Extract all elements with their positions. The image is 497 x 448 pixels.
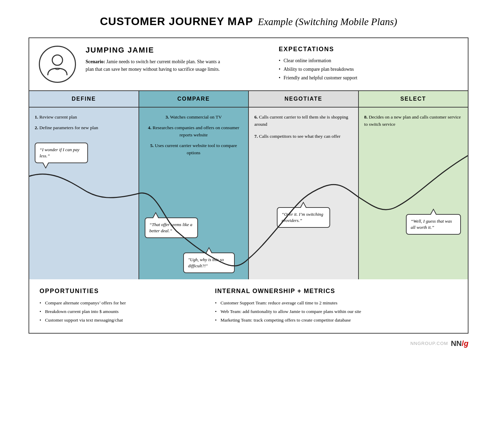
title-bold: CUSTOMER JOURNEY MAP [100,15,253,27]
metric-item: •Customer Support Team: reduce average c… [215,299,457,307]
step-3: 3. Watches commercial on TV [145,114,243,121]
phase-bodies-row: 1. Review current plan 2. Define paramet… [29,108,468,279]
scenario-label: Scenario: [86,59,105,64]
metrics-title: INTERNAL OWNERSHIP + METRICS [215,288,457,295]
phase-headers-row: DEFINE COMPARE NEGOTIATE SELECT [29,91,468,108]
define-bubble: “I wonder if I can pay less.” [35,143,88,163]
expectations-section: EXPECTATIONS •Clear online information •… [272,46,458,82]
avatar [39,46,76,83]
svg-point-0 [52,55,63,65]
phase-body-negotiate: 6. Calls current carrier to tell them sh… [249,108,359,279]
phase-header-select: SELECT [359,91,468,107]
footer-g: g [464,339,468,348]
phase-header-compare: COMPARE [139,91,249,107]
phase-body-compare: 3. Watches commercial on TV 4. Researche… [139,108,249,279]
step-6: 6. Calls current carrier to tell them sh… [254,114,353,128]
phases-section: DEFINE COMPARE NEGOTIATE SELECT 1. Revie… [29,91,468,279]
persona-info: JUMPING JAMIE Scenario: Jamie needs to s… [86,46,272,74]
metrics-section: INTERNAL OWNERSHIP + METRICS •Customer S… [215,288,457,325]
title-italic: Example (Switching Mobile Plans) [258,16,397,27]
step-1: 1. Review current plan [35,114,133,121]
phase-header-negotiate: NEGOTIATE [249,91,359,107]
footer-brand: NNGROUP.COM [410,341,448,346]
main-container: JUMPING JAMIE Scenario: Jamie needs to s… [29,37,468,334]
step-5: 5. Uses current carrier website tool to … [145,142,243,157]
metrics-list: •Customer Support Team: reduce average c… [215,299,457,325]
step-2: 2. Define parameters for new plan [35,124,133,132]
opportunities-title: OPPORTUNITIES [40,288,201,295]
step-4: 4. Researches companies and offers on co… [145,124,243,139]
persona-scenario: Scenario: Jamie needs to switch her curr… [86,58,223,74]
expectation-item: •Friendly and helpful customer support [279,74,458,82]
footer-logo: NN/g [451,339,468,348]
opportunities-section: OPPORTUNITIES •Compare alternate company… [40,288,215,325]
phase-header-define: DEFINE [29,91,139,107]
opportunity-item: •Breakdown current plan into $ amounts [40,307,201,316]
step-7: 7. Calls competitors to see what they ca… [254,133,353,140]
phase-body-select: 8. Decides on a new plan and calls custo… [359,108,468,279]
footer-nn: NN [451,339,462,348]
opportunity-item: •Compare alternate companys’ offers for … [40,299,201,307]
page-title: CUSTOMER JOURNEY MAP Example (Switching … [100,15,397,28]
expectation-item: •Ability to compare plan breakdowns [279,65,458,74]
persona-row: JUMPING JAMIE Scenario: Jamie needs to s… [29,38,468,91]
scenario-text: Jamie needs to switch her current mobile… [86,59,220,72]
footer: NNGROUP.COM NN/g [29,339,468,348]
step-8: 8. Decides on a new plan and calls custo… [364,114,463,128]
opportunities-list: •Compare alternate companys’ offers for … [40,299,201,325]
select-bubble: “Well, I guess that was all worth it.” [406,214,461,235]
expectations-list: •Clear online information •Ability to co… [279,56,458,82]
metric-item: •Marketing Team: track competing offers … [215,316,457,325]
bottom-row: OPPORTUNITIES •Compare alternate company… [29,279,468,333]
compare-bubble-bottom: “That offer seems like a better deal.” [145,217,198,238]
persona-name: JUMPING JAMIE [86,46,265,55]
phase-body-define: 1. Review current plan 2. Define paramet… [29,108,139,279]
expectation-item: •Clear online information [279,56,458,65]
expectations-title: EXPECTATIONS [279,46,458,53]
avatar-icon [45,52,70,77]
compare-bubble-ugh: "Ugh, why is this so difficult?!" [183,253,235,273]
metric-item: •Web Team: add funtionality to allow Jam… [215,307,457,316]
opportunity-item: •Customer support via text messaging/cha… [40,316,201,325]
negotiate-bubble: “Over it. I’m switching providers.” [277,207,330,228]
